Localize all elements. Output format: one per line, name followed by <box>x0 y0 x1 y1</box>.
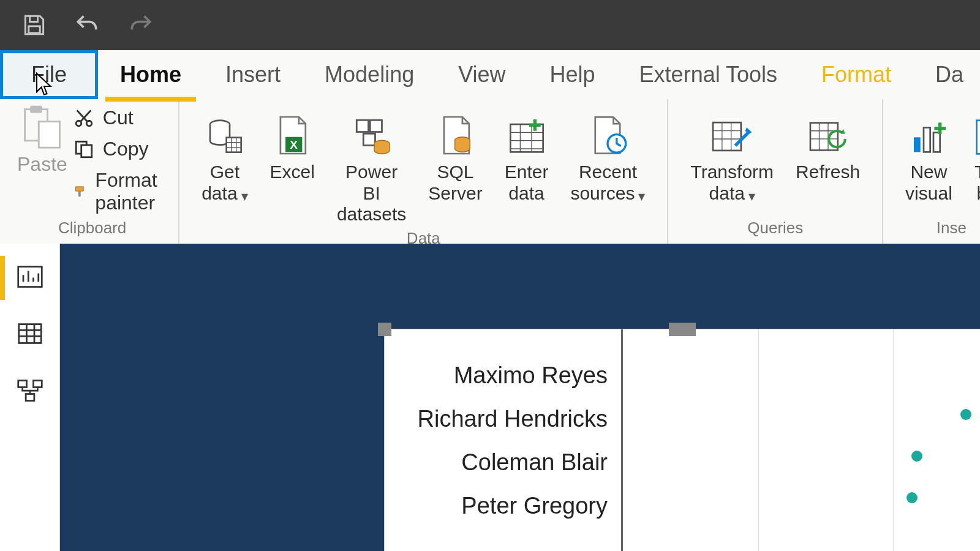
gridline <box>758 329 759 551</box>
cut-label: Cut <box>103 107 134 129</box>
svg-rect-26 <box>976 121 980 154</box>
svg-rect-16 <box>363 133 375 145</box>
svg-text:X: X <box>290 138 298 151</box>
report-canvas[interactable]: Maximo Reyes Richard Hendricks Coleman B… <box>60 244 980 551</box>
get-data-button[interactable]: Get data▾ <box>190 104 258 204</box>
copy-button[interactable]: Copy <box>74 138 167 160</box>
tab-file[interactable]: File <box>0 50 98 99</box>
refresh-icon <box>808 107 848 156</box>
svg-rect-31 <box>33 381 42 388</box>
group-insert-label: Inse <box>937 215 967 244</box>
recent-sources-icon <box>589 107 627 156</box>
data-point[interactable] <box>911 451 922 462</box>
svg-rect-25 <box>933 132 940 152</box>
svg-rect-15 <box>370 120 382 132</box>
save-icon[interactable] <box>21 12 48 39</box>
pbi-datasets-icon <box>352 107 392 156</box>
sql-server-icon <box>437 107 474 156</box>
resize-handle-tl[interactable] <box>378 323 391 336</box>
paste-button[interactable]: Paste <box>17 104 74 176</box>
axis-label: Richard Hendricks <box>385 406 608 432</box>
copy-icon <box>74 139 94 160</box>
new-visual-icon <box>909 107 948 156</box>
work-area: Maximo Reyes Richard Hendricks Coleman B… <box>0 244 980 551</box>
svg-rect-9 <box>78 191 81 197</box>
gridline <box>893 329 894 551</box>
tab-format[interactable]: Format <box>799 50 913 99</box>
view-rail <box>0 244 60 551</box>
group-queries-label: Queries <box>747 215 803 244</box>
svg-rect-0 <box>29 26 40 33</box>
quick-access-toolbar <box>0 0 980 50</box>
svg-rect-2 <box>30 106 42 113</box>
text-box-icon: A <box>974 107 980 156</box>
axis-label: Peter Gregory <box>385 493 608 519</box>
get-data-icon <box>205 107 244 156</box>
tab-insert[interactable]: Insert <box>203 50 303 99</box>
group-clipboard: Paste Cut Copy <box>0 99 179 244</box>
svg-rect-23 <box>914 137 921 152</box>
cut-icon <box>74 108 94 129</box>
excel-button[interactable]: X Excel <box>259 104 326 183</box>
tab-external-tools[interactable]: External Tools <box>617 50 799 99</box>
axis-label: Maximo Reyes <box>385 362 608 389</box>
format-painter-label: Format painter <box>95 169 167 214</box>
data-point[interactable] <box>960 409 971 420</box>
group-insert: New visual A Text box Inse <box>883 99 980 244</box>
redo-icon[interactable] <box>126 12 156 39</box>
tab-home[interactable]: Home <box>98 50 203 99</box>
undo-icon[interactable] <box>72 12 102 39</box>
paste-icon <box>21 104 64 149</box>
tab-help[interactable]: Help <box>528 50 617 99</box>
svg-rect-11 <box>227 138 241 152</box>
y-axis-line <box>621 329 623 551</box>
model-view-icon[interactable] <box>17 378 43 405</box>
ribbon-body: Paste Cut Copy <box>0 99 980 244</box>
refresh-button[interactable]: Refresh <box>785 104 871 183</box>
enter-data-button[interactable]: Enter data <box>494 104 560 204</box>
group-clipboard-label: Clipboard <box>58 215 126 244</box>
data-point[interactable] <box>907 492 918 503</box>
axis-label: Coleman Blair <box>385 449 608 476</box>
tab-modeling[interactable]: Modeling <box>303 50 436 99</box>
paste-label: Paste <box>17 153 67 176</box>
tab-data-partial[interactable]: Da <box>913 50 963 99</box>
pbi-datasets-button[interactable]: Power BI datasets <box>326 104 417 225</box>
sql-server-button[interactable]: SQL Server <box>417 104 493 204</box>
tab-view[interactable]: View <box>436 50 527 99</box>
format-painter-icon <box>74 181 87 202</box>
group-queries: Transform data▾ Refresh Queries <box>668 99 883 244</box>
report-view-icon[interactable] <box>17 264 43 291</box>
text-box-button[interactable]: A Text box <box>963 104 980 204</box>
resize-handle-tm[interactable] <box>669 323 696 336</box>
chart-visual[interactable]: Maximo Reyes Richard Hendricks Coleman B… <box>385 329 980 551</box>
copy-label: Copy <box>103 138 149 160</box>
enter-data-icon <box>507 107 546 156</box>
format-painter-button[interactable]: Format painter <box>74 169 167 214</box>
group-data: Get data▾ X Excel Power BI datasets SQL … <box>179 99 668 244</box>
active-view-marker <box>0 256 5 300</box>
svg-rect-29 <box>18 324 40 343</box>
new-visual-button[interactable]: New visual <box>894 104 963 204</box>
svg-rect-3 <box>39 121 59 148</box>
category-axis: Maximo Reyes Richard Hendricks Coleman B… <box>385 362 617 519</box>
transform-data-icon <box>710 107 753 156</box>
transform-data-button[interactable]: Transform data▾ <box>679 104 785 204</box>
ribbon-tab-row: File Home Insert Modeling View Help Exte… <box>0 50 980 99</box>
svg-rect-7 <box>81 144 92 157</box>
excel-icon: X <box>274 107 311 156</box>
svg-rect-32 <box>26 394 34 401</box>
data-view-icon[interactable] <box>17 322 43 348</box>
recent-sources-button[interactable]: Recent sources▾ <box>559 104 656 204</box>
svg-rect-30 <box>18 381 26 388</box>
tab-file-label: File <box>31 62 67 88</box>
svg-rect-19 <box>510 124 543 152</box>
svg-rect-14 <box>356 120 368 132</box>
cut-button[interactable]: Cut <box>74 107 167 129</box>
svg-rect-24 <box>924 127 930 152</box>
svg-rect-8 <box>75 187 83 191</box>
